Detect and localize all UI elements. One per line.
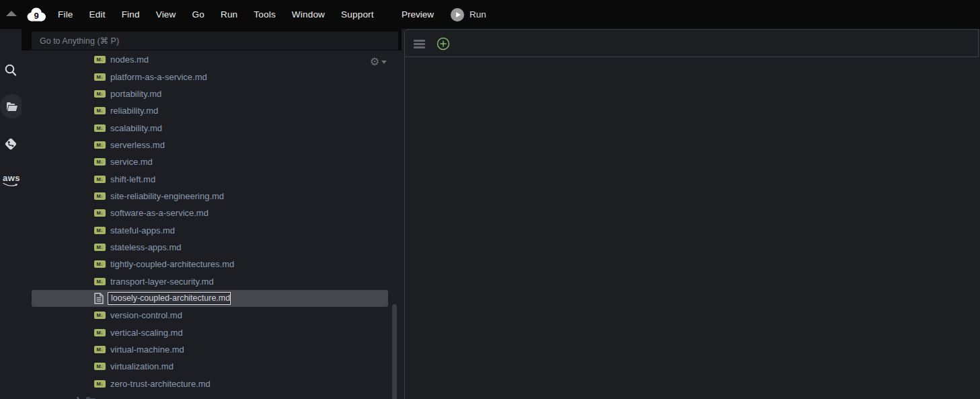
- markdown-file-icon: M↓: [94, 244, 106, 251]
- goto-anything-bar: [22, 29, 402, 50]
- tree-item-file[interactable]: M↓ shift-left.md: [22, 170, 402, 187]
- markdown-file-icon: M↓: [94, 209, 106, 217]
- file-name: serverless.md: [110, 140, 165, 150]
- menu-item[interactable]: Run: [221, 9, 237, 20]
- markdown-file-icon: M↓: [94, 346, 106, 353]
- markdown-file-icon: M↓: [94, 73, 106, 81]
- new-tab-icon[interactable]: [437, 37, 450, 50]
- goto-anything-input[interactable]: [32, 32, 398, 50]
- markdown-file-icon: M↓: [94, 278, 106, 285]
- tree-item-file[interactable]: M↓ transport-layer-security.md: [22, 273, 402, 289]
- file-name: stateful-apps.md: [110, 225, 175, 235]
- markdown-file-icon: M↓: [94, 260, 106, 268]
- menu-item[interactable]: Go: [192, 9, 204, 20]
- file-name: virtual-machine.md: [110, 344, 184, 355]
- chevron-right-icon: ❯: [75, 396, 81, 399]
- file-name: tightly-coupled-architectures.md: [110, 259, 234, 269]
- folder-icon: [6, 102, 18, 112]
- tree-item-file[interactable]: M↓ portability.md: [22, 85, 402, 102]
- file-name: virtualization.md: [110, 361, 174, 371]
- pane-divider: [404, 57, 405, 399]
- menubar: 9 File Edit Find View Go Run Tools Windo…: [0, 0, 980, 29]
- markdown-file-icon: M↓: [94, 141, 106, 149]
- svg-text:9: 9: [34, 11, 38, 21]
- editor-tab-bar: [404, 29, 979, 57]
- tree-item-file[interactable]: M↓ stateful-apps.md: [22, 221, 402, 238]
- tree-item-file[interactable]: M↓ scalability.md: [22, 119, 402, 136]
- menu-list: File Edit Find View Go Run Tools Window …: [58, 0, 374, 29]
- menu-item[interactable]: Tools: [254, 9, 276, 20]
- tree-item-file[interactable]: M↓ virtual-machine.md: [22, 341, 402, 358]
- markdown-file-icon: M↓: [94, 107, 106, 114]
- run-play-icon: [451, 8, 464, 22]
- menu-item[interactable]: Edit: [89, 9, 106, 20]
- file-name: software-as-a-service.md: [110, 208, 209, 218]
- tree-item-file[interactable]: M↓ service.md: [22, 153, 402, 170]
- tree-item-file[interactable]: M↓ nodes.md: [22, 51, 402, 68]
- tree-item-file[interactable]: M↓ site-reliability-engineering.md: [22, 188, 402, 205]
- file-name: platform-as-a-service.md: [110, 72, 207, 82]
- tree-items: M↓ nodes.md M↓ platform-as-a-service.md …: [22, 50, 402, 399]
- run-button[interactable]: Run: [451, 0, 486, 29]
- tab-list-menu-icon[interactable]: [414, 40, 425, 50]
- file-name: nodes.md: [110, 55, 149, 65]
- markdown-file-icon: M↓: [94, 192, 106, 200]
- menu-item[interactable]: View: [156, 9, 176, 20]
- markdown-file-icon: M↓: [94, 227, 106, 234]
- tree-item-file[interactable]: M↓ version-control.md: [22, 307, 402, 324]
- tree-item-file[interactable]: M↓ tightly-coupled-architectures.md: [22, 256, 402, 273]
- folder-icon: [85, 396, 96, 399]
- tree-item-renaming[interactable]: loosely-coupled-architecture.md: [32, 290, 388, 307]
- tree-item-file[interactable]: M↓ platform-as-a-service.md: [22, 68, 402, 85]
- file-tree-panel: ⚙ M↓ nodes.md M↓ platform-as-a-service.m…: [22, 50, 402, 399]
- rename-file-input[interactable]: loosely-coupled-architecture.md: [108, 292, 231, 305]
- file-name: transport-layer-security.md: [110, 277, 214, 287]
- tree-item-folder[interactable]: ❯ vr: [22, 392, 402, 399]
- file-name: portability.md: [110, 89, 161, 99]
- file-name: reliability.md: [110, 106, 158, 116]
- run-button-label: Run: [469, 9, 486, 20]
- file-name: vertical-scaling.md: [110, 328, 183, 338]
- file-name: shift-left.md: [110, 174, 155, 184]
- tree-item-file[interactable]: M↓ zero-trust-architecture.md: [22, 375, 402, 392]
- menu-item[interactable]: Window: [292, 9, 325, 20]
- rename-file-value: loosely-coupled-architecture.md: [111, 293, 230, 303]
- collapse-menubar-icon[interactable]: [6, 11, 17, 16]
- preview-button[interactable]: Preview: [402, 0, 434, 29]
- file-name: scalability.md: [110, 123, 162, 133]
- file-name: version-control.md: [110, 310, 182, 320]
- markdown-file-icon: M↓: [94, 380, 106, 388]
- source-control-icon[interactable]: [3, 137, 18, 151]
- menu-item[interactable]: Support: [341, 9, 374, 20]
- markdown-file-icon: M↓: [94, 124, 106, 132]
- markdown-file-icon: M↓: [94, 90, 106, 98]
- search-icon[interactable]: [4, 63, 17, 77]
- file-name: zero-trust-architecture.md: [110, 379, 211, 389]
- menu-item[interactable]: File: [58, 9, 73, 20]
- markdown-file-icon: M↓: [94, 329, 106, 336]
- menu-item[interactable]: Find: [122, 9, 140, 20]
- file-tree-icon-active[interactable]: [0, 94, 24, 118]
- chevron-down-icon: [381, 61, 387, 64]
- markdown-file-icon: M↓: [94, 312, 106, 319]
- tree-item-file[interactable]: M↓ reliability.md: [22, 102, 402, 119]
- file-name: service.md: [110, 157, 153, 167]
- markdown-file-icon: M↓: [94, 363, 106, 370]
- tree-settings-button[interactable]: ⚙: [370, 57, 387, 67]
- tree-item-file[interactable]: M↓ vertical-scaling.md: [22, 324, 402, 341]
- gear-icon: ⚙: [370, 57, 379, 67]
- document-icon: [94, 293, 104, 304]
- cloud9-logo-icon[interactable]: 9: [26, 7, 47, 22]
- tree-scrollbar-thumb[interactable]: [392, 304, 397, 399]
- tree-files-above: M↓ nodes.md M↓ platform-as-a-service.md …: [22, 51, 402, 290]
- file-name: stateless-apps.md: [110, 242, 182, 252]
- activity-bar: aws: [0, 29, 22, 399]
- markdown-file-icon: M↓: [94, 158, 106, 166]
- markdown-file-icon: M↓: [94, 176, 106, 183]
- tree-item-file[interactable]: M↓ software-as-a-service.md: [22, 205, 402, 221]
- aws-icon[interactable]: aws: [3, 174, 20, 188]
- tree-item-file[interactable]: M↓ serverless.md: [22, 137, 402, 153]
- tree-item-file[interactable]: M↓ stateless-apps.md: [22, 239, 402, 256]
- tree-item-file[interactable]: M↓ virtualization.md: [22, 358, 402, 375]
- markdown-file-icon: M↓: [94, 56, 106, 63]
